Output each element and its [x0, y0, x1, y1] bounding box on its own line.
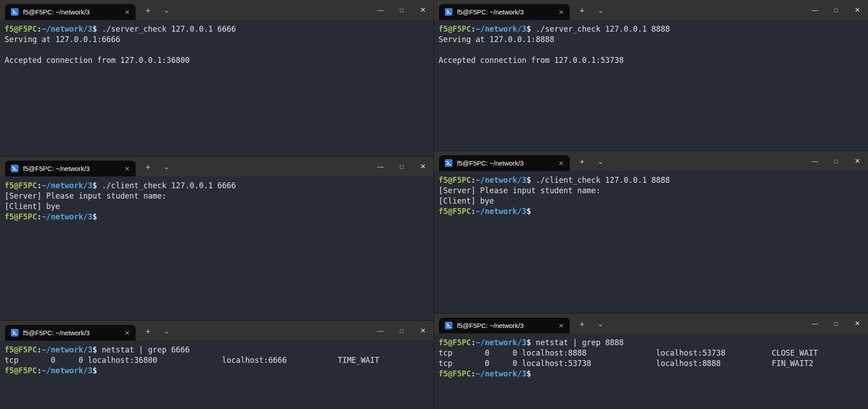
titlebar[interactable]: f5@F5PC: ~/network/3 ✕ + ⌄ — □ ✕ [0, 321, 434, 341]
terminal-text-segment: : [471, 176, 476, 185]
close-button[interactable]: ✕ [412, 157, 434, 176]
terminal-text-segment: : [37, 212, 42, 221]
tab-dropdown-icon[interactable]: ⌄ [164, 327, 170, 335]
minimize-button[interactable]: — [804, 314, 826, 333]
minimize-button[interactable]: — [370, 321, 391, 341]
close-button[interactable]: ✕ [847, 314, 868, 333]
maximize-button[interactable]: □ [826, 314, 847, 333]
terminal-text-segment: : [471, 207, 476, 216]
close-button[interactable]: ✕ [412, 0, 434, 20]
terminal-window-netstat-6666: f5@F5PC: ~/network/3 ✕ + ⌄ — □ ✕ f5@F5PC… [0, 321, 434, 409]
tab-close-icon[interactable]: ✕ [557, 322, 565, 329]
maximize-button[interactable]: □ [391, 157, 412, 176]
tab-dropdown-icon[interactable]: ⌄ [598, 320, 604, 328]
new-tab-button[interactable]: + [146, 162, 151, 172]
terminal-text-segment: tcp 0 0 localhost:8888 localhost:53738 C… [439, 348, 818, 357]
terminal-line: f5@F5PC:~/network/3$ ./server_check 127.… [439, 24, 863, 34]
close-button[interactable]: ✕ [412, 321, 434, 341]
tab-close-icon[interactable]: ✕ [123, 165, 131, 172]
minimize-button[interactable]: — [370, 0, 391, 20]
tab[interactable]: f5@F5PC: ~/network/3 ✕ [439, 318, 570, 333]
terminal-output[interactable]: f5@F5PC:~/network/3$ ./server_check 127.… [0, 20, 434, 156]
tab[interactable]: f5@F5PC: ~/network/3 ✕ [5, 161, 136, 176]
new-tab-button[interactable]: + [580, 319, 585, 329]
terminal-line: [Client] bye [439, 196, 863, 206]
close-button[interactable]: ✕ [847, 151, 868, 171]
terminal-text-segment: ./client_check 127.0.0.1 8888 [531, 176, 670, 185]
window-controls: — □ ✕ [370, 157, 434, 176]
tab[interactable]: f5@F5PC: ~/network/3 ✕ [439, 155, 570, 171]
terminal-text-segment: ~/network/3 [42, 24, 93, 33]
minimize-button[interactable]: — [804, 151, 826, 171]
tab[interactable]: f5@F5PC: ~/network/3 ✕ [5, 325, 136, 341]
terminal-line [439, 45, 863, 55]
terminal-text-segment: $ [93, 345, 97, 354]
tab-dropdown-icon[interactable]: ⌄ [164, 163, 170, 171]
minimize-button[interactable]: — [804, 0, 826, 20]
terminal-line: Serving at 127.0.0.1:6666 [5, 34, 429, 45]
tab-title: f5@F5PC: ~/network/3 [457, 9, 552, 16]
tab-title: f5@F5PC: ~/network/3 [23, 329, 118, 337]
tab-title: f5@F5PC: ~/network/3 [457, 160, 552, 167]
window-controls: — □ ✕ [804, 314, 868, 333]
terminal-text-segment: ~/network/3 [476, 24, 527, 33]
terminal-text-segment: f5@F5PC [439, 207, 471, 216]
tab[interactable]: f5@F5PC: ~/network/3 ✕ [5, 4, 136, 20]
tab-dropdown-icon[interactable]: ⌄ [598, 6, 604, 14]
terminal-line: tcp 0 0 localhost:8888 localhost:53738 C… [439, 348, 863, 358]
terminal-text-segment: [Server] Please input student name: [439, 186, 600, 195]
terminal-text-segment: $ [527, 176, 531, 185]
terminal-output[interactable]: f5@F5PC:~/network/3$ netstat | grep 8888… [434, 333, 868, 409]
terminal-text-segment: $ [527, 207, 531, 216]
terminal-text-segment: f5@F5PC [5, 24, 37, 33]
terminal-text-segment: ~/network/3 [42, 181, 93, 190]
terminal-text-segment: $ [93, 366, 97, 375]
tab-dropdown-icon[interactable]: ⌄ [164, 6, 170, 14]
terminal-line: [Server] Please input student name: [439, 185, 863, 196]
new-tab-button[interactable]: + [580, 6, 585, 16]
tab-title: f5@F5PC: ~/network/3 [23, 9, 118, 16]
titlebar[interactable]: f5@F5PC: ~/network/3 ✕ + ⌄ — □ ✕ [0, 157, 434, 176]
terminal-line: [Server] Please input student name: [5, 191, 429, 201]
maximize-button[interactable]: □ [826, 0, 847, 20]
terminal-text-segment: netstat | grep 6666 [97, 345, 190, 354]
terminal-text-segment: tcp 0 0 localhost:53738 localhost:8888 F… [439, 359, 813, 368]
terminal-text-segment: f5@F5PC [5, 366, 37, 375]
new-tab-button[interactable]: + [146, 6, 151, 16]
new-tab-button[interactable]: + [146, 327, 151, 337]
terminal-line: tcp 0 0 localhost:36800 localhost:6666 T… [5, 355, 429, 366]
minimize-button[interactable]: — [370, 157, 391, 176]
terminal-text-segment: Accepted connection from 127.0.0.1:36800 [5, 56, 189, 65]
maximize-button[interactable]: □ [826, 151, 847, 171]
terminal-line: Serving at 127.0.0.1:8888 [439, 34, 863, 45]
maximize-button[interactable]: □ [391, 0, 412, 20]
tab[interactable]: f5@F5PC: ~/network/3 ✕ [439, 4, 570, 20]
titlebar[interactable]: f5@F5PC: ~/network/3 ✕ + ⌄ — □ ✕ [434, 314, 868, 333]
new-tab-button[interactable]: + [580, 157, 585, 167]
terminal-output[interactable]: f5@F5PC:~/network/3$ ./server_check 127.… [434, 20, 868, 151]
titlebar[interactable]: f5@F5PC: ~/network/3 ✕ + ⌄ — □ ✕ [434, 0, 868, 20]
powershell-icon [11, 8, 19, 16]
tab-close-icon[interactable]: ✕ [123, 9, 131, 16]
tab-close-icon[interactable]: ✕ [557, 160, 565, 167]
terminal-line: f5@F5PC:~/network/3$ netstat | grep 8888 [439, 338, 863, 348]
terminal-text-segment: $ [93, 212, 97, 221]
terminal-output[interactable]: f5@F5PC:~/network/3$ ./client_check 127.… [434, 171, 868, 313]
terminal-line: Accepted connection from 127.0.0.1:53738 [439, 55, 863, 66]
tab-close-icon[interactable]: ✕ [123, 329, 131, 337]
terminal-text-segment: : [37, 181, 42, 190]
terminal-output[interactable]: f5@F5PC:~/network/3$ ./client_check 127.… [0, 176, 434, 320]
terminal-text-segment: : [37, 24, 42, 33]
terminal-output[interactable]: f5@F5PC:~/network/3$ netstat | grep 6666… [0, 341, 434, 409]
close-button[interactable]: ✕ [847, 0, 868, 20]
terminal-text-segment: $ [93, 24, 97, 33]
titlebar[interactable]: f5@F5PC: ~/network/3 ✕ + ⌄ — □ ✕ [434, 151, 868, 171]
terminal-text-segment: f5@F5PC [439, 176, 471, 185]
terminal-line: f5@F5PC:~/network/3$ [439, 369, 863, 379]
tab-close-icon[interactable]: ✕ [557, 9, 565, 16]
maximize-button[interactable]: □ [391, 321, 412, 341]
terminal-line: tcp 0 0 localhost:53738 localhost:8888 F… [439, 358, 863, 369]
tab-dropdown-icon[interactable]: ⌄ [598, 157, 604, 166]
titlebar[interactable]: f5@F5PC: ~/network/3 ✕ + ⌄ — □ ✕ [0, 0, 434, 20]
terminal-line [5, 45, 429, 55]
